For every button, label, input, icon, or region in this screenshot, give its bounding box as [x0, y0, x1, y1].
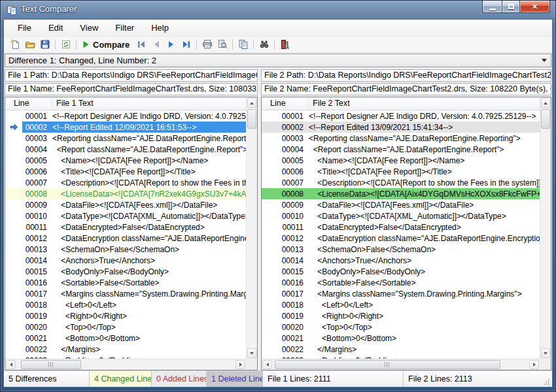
- scroll-right-button[interactable]: [529, 360, 539, 369]
- diff-row[interactable]: 00008 <LicenseData><![CDATA[7nR2xek4G9gx…: [5, 188, 246, 199]
- line-number: 00014: [279, 256, 309, 265]
- file2-list: Line File 2 Text 00001<!--Report Designe…: [261, 97, 551, 370]
- diff-row[interactable]: 00020 <Top>0</Top>: [262, 321, 540, 333]
- diff-row[interactable]: 00019 <Right>0</Right>: [262, 310, 540, 321]
- diff-row[interactable]: 00010 <DataType><![CDATA[XML_Automatic]]…: [5, 210, 246, 221]
- diff-row[interactable]: 00004 <Report className="AJE.DataReportE…: [5, 144, 246, 155]
- diff-row[interactable]: 00020 <Top>0</Top>: [5, 321, 246, 333]
- diff-row[interactable]: 00017 <Margins className="System.Drawing…: [5, 288, 246, 299]
- diff-row[interactable]: 00001<!--Report Designer AJE Indigo DRD,…: [262, 110, 540, 122]
- column-header-line[interactable]: Line: [5, 97, 52, 110]
- horizontal-scroll-thumb[interactable]: [275, 360, 500, 369]
- vertical-scroll-thumb[interactable]: [247, 109, 256, 129]
- file1-horizontal-scrollbar[interactable]: [5, 359, 246, 370]
- diff-row[interactable]: 00004 <Report className="AJE.DataReportE…: [262, 144, 540, 155]
- vertical-scroll-thumb[interactable]: [541, 109, 550, 129]
- refresh-button[interactable]: [58, 37, 73, 52]
- diff-row[interactable]: 00005 <Name><![CDATA[Fee Report]]></Name…: [5, 155, 246, 166]
- diff-row[interactable]: 00016 <Sortable>False</Sortable>: [5, 277, 246, 288]
- column-header-file2-text[interactable]: File 2 Text: [309, 97, 540, 110]
- diff-row[interactable]: 00003<Reporting className="AJE.DataRepor…: [262, 133, 540, 144]
- diff-row[interactable]: 00006 <Title><![CDATA[Fee Report]]></Tit…: [5, 166, 246, 177]
- diff-row[interactable]: 00013 <SchemaOn>False</SchemaOn>: [5, 244, 246, 255]
- diff-row[interactable]: 00011 <DataEncrypted>False</DataEncrypte…: [5, 221, 246, 233]
- diff-row[interactable]: 00007 <Description><![CDATA[Report to sh…: [5, 177, 246, 188]
- horizontal-scroll-thumb[interactable]: [21, 360, 81, 369]
- print-preview-button[interactable]: [215, 37, 230, 52]
- diff-row[interactable]: 00017 <Margins className="System.Drawing…: [262, 288, 540, 299]
- dropdown-button[interactable]: [538, 59, 551, 62]
- scroll-down-button[interactable]: [541, 348, 550, 358]
- diff-row[interactable]: 00022 </Margins>: [262, 344, 540, 355]
- file2-horizontal-scrollbar[interactable]: [262, 359, 540, 370]
- diff-row[interactable]: 00007 <Description><![CDATA[Report to sh…: [262, 177, 540, 188]
- diff-row[interactable]: 00009 <DataFile><![CDATA[Fees.xml]]></Da…: [262, 199, 540, 210]
- column-header-file1-text[interactable]: File 1 Text: [52, 97, 246, 110]
- diff-row[interactable]: 00003<Reporting className="AJE.DataRepor…: [5, 133, 246, 144]
- diff-row[interactable]: 00009 <DataFile><![CDATA[Fees.xml]]></Da…: [5, 199, 246, 210]
- diff-row[interactable]: 00015 <BodyOnly>False</BodyOnly>: [262, 266, 540, 277]
- menu-item-edit[interactable]: Edit: [40, 20, 71, 35]
- scroll-right-button[interactable]: [235, 360, 245, 369]
- scroll-left-button[interactable]: [262, 360, 272, 369]
- diff-row[interactable]: 00001<!--Report Designer AJE Indigo DRD,…: [5, 110, 246, 122]
- line-text: <BodyOnly>False</BodyOnly>: [52, 267, 246, 276]
- diff-row[interactable]: 00021 <Bottom>0</Bottom>: [5, 333, 246, 344]
- diff-row[interactable]: 00014 <Anchors>True</Anchors>: [262, 255, 540, 266]
- copy-button[interactable]: [235, 37, 251, 52]
- row-marker-gutter: [262, 133, 279, 144]
- diff-row[interactable]: 00005 <Name><![CDATA[Fee Report]]></Name…: [262, 155, 540, 166]
- new-button[interactable]: [7, 37, 22, 52]
- find-button[interactable]: [256, 37, 271, 52]
- open-button[interactable]: [22, 37, 37, 52]
- save-button[interactable]: [37, 37, 52, 52]
- next-difference-button[interactable]: [164, 37, 179, 52]
- line-number: 00017: [279, 289, 309, 299]
- last-difference-button[interactable]: [179, 37, 194, 52]
- diff-row[interactable]: 00002<!--Report Edited 12/09/2021 16:51:…: [5, 122, 246, 133]
- file2-vertical-scrollbar[interactable]: [540, 97, 551, 359]
- file1-vertical-scrollbar[interactable]: [246, 97, 257, 359]
- file1-list-header[interactable]: Line File 1 Text: [5, 97, 246, 110]
- print-button[interactable]: [200, 37, 215, 52]
- close-button[interactable]: ✕: [520, 1, 550, 13]
- diff-row[interactable]: 00015 <BodyOnly>False</BodyOnly>: [5, 266, 246, 277]
- diff-row[interactable]: 00011 <DataEncrypted>False</DataEncrypte…: [262, 221, 540, 233]
- row-marker-gutter: [5, 199, 22, 210]
- menu-item-view[interactable]: View: [71, 20, 107, 35]
- previous-difference-button[interactable]: [148, 37, 164, 52]
- diff-row[interactable]: 00016 <Sortable>False</Sortable>: [262, 277, 540, 288]
- diff-row[interactable]: 00019 <Right>0</Right>: [5, 310, 246, 321]
- column-header-line[interactable]: Line: [262, 97, 309, 110]
- diff-row[interactable]: 00018 <Left>0</Left>: [5, 299, 246, 310]
- diff-row[interactable]: 00013 <SchemaOn>False</SchemaOn>: [262, 244, 540, 255]
- diff-row[interactable]: 00002<!--Report Edited 13/09/2021 15:41:…: [262, 122, 540, 133]
- resize-grip[interactable]: [542, 371, 552, 387]
- scroll-up-button[interactable]: [247, 98, 256, 108]
- diff-row[interactable]: 00006 <Title><![CDATA[Fee Report]]></Tit…: [262, 166, 540, 177]
- diff-row[interactable]: 00010 <DataType><![CDATA[XML_Automatic]]…: [262, 210, 540, 221]
- minimize-button[interactable]: [482, 1, 502, 13]
- diff-row[interactable]: 00018 <Left>0</Left>: [262, 299, 540, 310]
- diff-row[interactable]: 00014 <Anchors>True</Anchors>: [5, 255, 246, 266]
- scroll-up-button[interactable]: [541, 98, 550, 108]
- diff-row[interactable]: 00008 <LicenseData><![CDATA[Aix4DYGqDMVs…: [262, 188, 540, 199]
- maximize-button[interactable]: [502, 1, 520, 13]
- menu-item-filter[interactable]: Filter: [107, 20, 143, 35]
- row-marker-gutter: [5, 255, 22, 266]
- scroll-left-button[interactable]: [6, 360, 16, 369]
- diff-row[interactable]: 00022 </Margins>: [5, 344, 246, 355]
- diff-row[interactable]: 00012 <DataEncryption className="AJE.Dat…: [262, 233, 540, 244]
- exit-button[interactable]: [277, 37, 292, 52]
- file2-list-header[interactable]: Line File 2 Text: [262, 97, 540, 110]
- menu-item-file[interactable]: File: [9, 20, 40, 35]
- title-bar[interactable]: Text Comparer ✕: [1, 1, 555, 19]
- scroll-down-button[interactable]: [247, 348, 256, 358]
- first-difference-button[interactable]: [133, 37, 148, 52]
- diff-row[interactable]: 00012 <DataEncryption className="AJE.Dat…: [5, 233, 246, 244]
- menu-item-help[interactable]: Help: [143, 20, 177, 35]
- difference-selector[interactable]: Difference 1: Changed, Line Number: 2: [5, 54, 551, 67]
- diff-row[interactable]: 00021 <Bottom>0</Bottom>: [262, 333, 540, 344]
- minimize-icon: [489, 8, 496, 10]
- compare-button[interactable]: Compare: [79, 37, 133, 52]
